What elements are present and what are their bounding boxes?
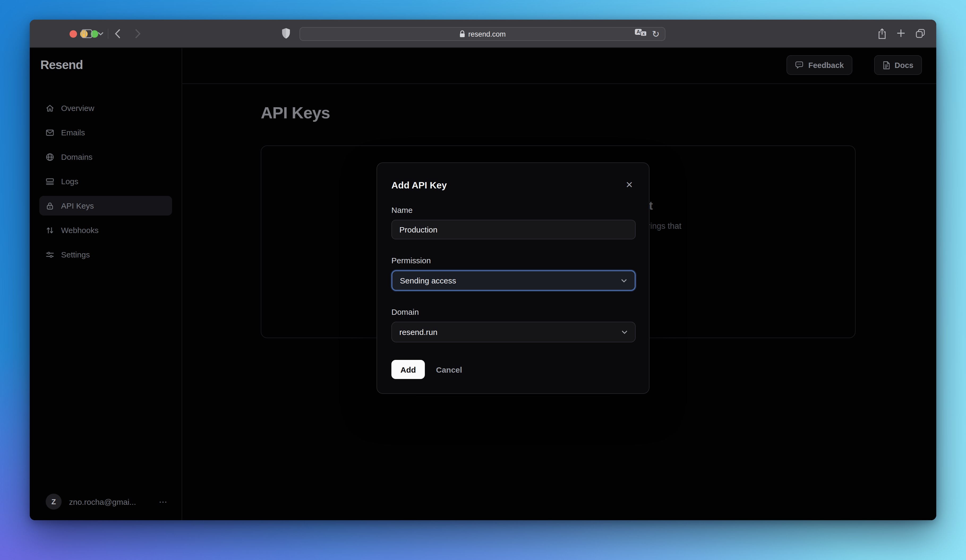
forward-button-icon[interactable] [135,29,141,39]
user-account-row[interactable]: Z zno.rocha@gmai... ⋯ [38,493,174,511]
address-bar[interactable]: resend.com A x ↻ [299,27,665,41]
permission-label: Permission [391,256,431,265]
chevron-down-icon [621,330,628,334]
browser-toolbar: resend.com A x ↻ [30,20,936,48]
feedback-bubble-icon [795,61,803,69]
permission-select[interactable]: Sending access [391,270,636,291]
modal-title: Add API Key [391,180,447,191]
svg-text:x: x [642,31,645,36]
close-icon[interactable]: ✕ [623,179,635,190]
close-window-button[interactable] [69,30,77,38]
domain-value: resend.run [399,327,437,337]
sidebar-item-domains[interactable]: Domains [39,147,172,167]
resend-logo: Resend [40,58,83,72]
user-email: zno.rocha@gmai... [69,497,136,506]
sidebar-item-emails[interactable]: Emails [39,123,172,142]
translate-icon[interactable]: A x [635,29,647,39]
reload-icon[interactable]: ↻ [652,29,660,38]
sidebar-item-webhooks[interactable]: Webhooks [39,220,172,240]
chevron-down-icon [621,278,627,283]
logs-icon [46,177,54,185]
sliders-icon [46,250,54,259]
sidebar-item-label: Logs [61,177,78,186]
sidebar-item-label: Settings [61,250,90,259]
toolbar-divider [108,29,108,39]
sidebar-toggle-icon[interactable] [81,29,92,38]
page-title: API Keys [261,103,330,123]
globe-icon [46,152,54,161]
add-button[interactable]: Add [391,360,425,379]
sidebar-item-label: Emails [61,128,85,137]
lock-icon [459,30,465,38]
sidebar: Resend Overview Emails [30,48,182,520]
sidebar-item-overview[interactable]: Overview [39,98,172,118]
sidebar-item-logs[interactable]: Logs [39,172,172,191]
url-text: resend.com [468,30,506,38]
share-icon[interactable] [878,28,886,39]
docs-page-icon [882,61,890,69]
feedback-button[interactable]: Feedback [787,55,853,75]
new-tab-icon[interactable] [897,29,905,38]
domain-label: Domain [391,307,419,316]
privacy-shield-icon[interactable] [281,28,291,39]
cancel-button[interactable]: Cancel [436,360,462,379]
add-api-key-modal: Add API Key ✕ Name Permission Sending ac… [376,162,649,394]
sidebar-item-settings[interactable]: Settings [39,245,172,264]
sidebar-item-label: Webhooks [61,226,99,235]
domain-select[interactable]: resend.run [391,322,636,342]
sidebar-item-label: Domains [61,152,92,161]
mail-icon [46,128,54,137]
docs-button[interactable]: Docs [874,55,922,75]
lock-icon [46,201,54,210]
main-header: Feedback Docs [182,48,936,84]
permission-value: Sending access [400,276,456,285]
browser-window: resend.com A x ↻ [30,20,936,520]
arrows-up-down-icon [46,226,54,234]
svg-text:A: A [636,29,640,34]
sidebar-nav: Overview Emails Domains [39,98,172,269]
docs-label: Docs [895,61,913,69]
back-button-icon[interactable] [115,29,120,39]
user-menu-ellipsis-icon[interactable]: ⋯ [159,496,168,507]
tab-overview-icon[interactable] [915,29,925,38]
name-label: Name [391,205,412,215]
sidebar-item-api-keys[interactable]: API Keys [39,196,172,216]
sidebar-item-label: API Keys [61,201,94,210]
avatar: Z [46,494,62,509]
sidebar-item-label: Overview [61,103,94,113]
tab-group-chevron-icon[interactable] [98,32,104,36]
desktop-background: resend.com A x ↻ [0,0,966,560]
name-input[interactable] [391,220,636,239]
home-icon [46,104,54,112]
feedback-label: Feedback [808,61,844,69]
